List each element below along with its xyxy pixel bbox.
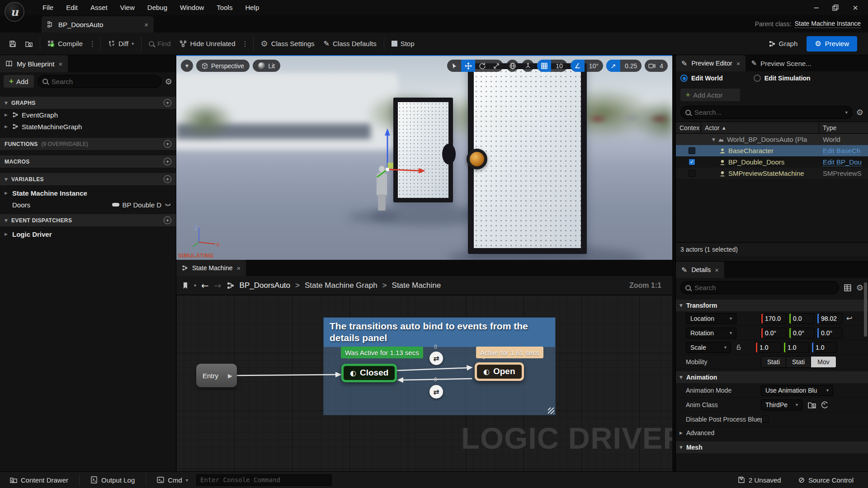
transition-node-top[interactable]: ⇄ [429, 352, 443, 365]
collapse-icon[interactable]: ▼ [5, 218, 8, 223]
breadcrumb-current[interactable]: State Machine [392, 281, 441, 290]
row-advanced[interactable]: ▶ Advanced [676, 427, 868, 439]
perspective-dropdown[interactable]: Perspective [196, 60, 250, 72]
menu-window[interactable]: Window [174, 0, 210, 15]
camera-speed-value[interactable]: 4 [659, 60, 668, 72]
blueprint-search-input[interactable] [52, 78, 156, 85]
actor-search-input[interactable] [694, 108, 842, 116]
mobility-stationary[interactable]: Stati [786, 357, 811, 367]
table-row-bp-double-doors[interactable]: ✓ BP_Double_Doors Edit BP_Dou [676, 156, 868, 168]
close-tab-icon[interactable]: × [237, 264, 241, 272]
angle-snap-value[interactable]: 10° [585, 60, 603, 72]
disable-post-process-checkbox[interactable] [762, 416, 769, 422]
scale-y-field[interactable]: 1.0 [783, 342, 809, 353]
expand-icon[interactable]: ▶ [5, 191, 9, 195]
close-window-icon[interactable]: × [853, 3, 858, 13]
item-logic-driver[interactable]: ▶ Logic Driver [0, 228, 176, 240]
table-row-world[interactable]: ▼ World_BP_DoorsAuto (Pla World [676, 134, 868, 145]
details-scrollbar[interactable] [864, 282, 867, 337]
context-checkbox[interactable] [689, 147, 695, 154]
exec-pin-icon[interactable]: ▶ [228, 372, 232, 379]
actor-list-settings-icon[interactable]: ⚙ [856, 108, 863, 117]
section-functions[interactable]: FUNCTIONS (9 OVERRIDABLE) + [0, 138, 176, 150]
console-command-input[interactable] [196, 474, 332, 486]
scale-snap-toggle[interactable]: ↗ [606, 60, 620, 72]
diff-button[interactable]: Diff ▾ [104, 36, 138, 52]
section-animation[interactable]: ▼ Animation [676, 371, 868, 383]
bookmark-chevron-icon[interactable]: ▾ [194, 283, 196, 288]
add-variable-icon[interactable]: + [164, 175, 171, 183]
grid-snap-toggle[interactable] [537, 60, 551, 72]
unsaved-button[interactable]: 2 Unsaved [734, 476, 785, 484]
tab-preview-editor[interactable]: ✎ Preview Editor × [676, 55, 745, 71]
tab-details[interactable]: ✎ Details × [676, 262, 724, 278]
edit-world-radio[interactable] [680, 75, 688, 82]
camera-speed-toggle[interactable] [645, 60, 659, 72]
menu-tools[interactable]: Tools [210, 0, 239, 15]
close-tab-icon[interactable]: × [736, 60, 741, 67]
anim-class-dropdown[interactable]: ThirdPe▾ [761, 399, 802, 410]
viewport-options-icon[interactable]: ▼ [181, 60, 193, 72]
rotation-y-field[interactable]: 0.0° [789, 328, 815, 338]
rotation-z-field[interactable]: 0.0° [817, 328, 843, 338]
door-button-orange[interactable] [467, 149, 487, 169]
level-viewport[interactable]: ▼ Perspective Lit 10 [176, 55, 672, 260]
transform-gizmo[interactable] [348, 119, 448, 187]
output-log-button[interactable]: Output Log [87, 476, 138, 484]
close-tab-icon[interactable]: × [144, 21, 148, 28]
scale-x-field[interactable]: 1.0 [755, 342, 781, 353]
collapse-icon[interactable]: ▼ [679, 303, 683, 308]
scale-dropdown[interactable]: Scale▾ [686, 342, 731, 353]
scale-tool[interactable] [489, 60, 503, 72]
parent-class-link[interactable]: State Machine Instance [795, 20, 861, 28]
collapse-icon[interactable]: ▼ [712, 137, 715, 142]
rotation-dropdown[interactable]: Rotation▾ [686, 328, 736, 338]
forward-arrow-icon[interactable]: → [214, 280, 222, 291]
mobility-movable[interactable]: Mov [811, 357, 836, 367]
add-button[interactable]: + Add [4, 75, 34, 88]
tab-my-blueprint[interactable]: My Blueprint × [0, 55, 68, 72]
property-matrix-icon[interactable] [844, 284, 852, 292]
animation-mode-dropdown[interactable]: Use Animation Blu▾ [761, 385, 833, 396]
chevron-down-icon[interactable]: ▾ [845, 110, 848, 115]
asset-tab-bp-doorsauto[interactable]: BP_DoorsAuto × [42, 16, 154, 33]
item-state-machine-instance[interactable]: ▶ State Machine Instance [0, 187, 176, 199]
context-checkbox[interactable]: ✓ [689, 159, 695, 165]
breadcrumb-graph[interactable]: State Machine Graph [305, 281, 377, 290]
class-defaults-button[interactable]: ✎ Class Defaults [319, 36, 381, 52]
hide-unrelated-options-icon[interactable]: ⋮ [240, 40, 250, 48]
item-eventgraph[interactable]: ▶ EventGraph [0, 109, 176, 121]
surface-snap-toggle[interactable] [522, 60, 534, 72]
angle-snap-toggle[interactable]: ∠ [571, 60, 585, 72]
menu-file[interactable]: File [36, 0, 60, 15]
back-arrow-icon[interactable]: ← [201, 280, 209, 291]
column-actor[interactable]: Actor▲ [701, 122, 819, 133]
rotation-x-field[interactable]: 0.0° [761, 328, 787, 338]
move-tool[interactable] [461, 60, 475, 72]
expand-icon[interactable]: ▶ [5, 113, 9, 117]
hide-unrelated-button[interactable]: Hide Unrelated [175, 36, 240, 52]
minimize-icon[interactable]: ─ [814, 4, 819, 12]
blueprint-search[interactable] [38, 75, 161, 88]
location-y-field[interactable]: 0.0 [789, 313, 815, 324]
world-local-toggle[interactable] [506, 60, 519, 72]
use-selected-asset-icon[interactable] [821, 401, 829, 409]
item-statemachinegraph[interactable]: ▶ StateMachineGraph [0, 121, 176, 132]
section-event-dispatchers[interactable]: ▼ EVENT DISPATCHERS + [0, 214, 176, 226]
edit-actor-link[interactable]: Edit BP_Dou [823, 158, 862, 166]
save-button[interactable] [5, 36, 21, 52]
expand-icon[interactable]: ▶ [679, 431, 683, 435]
add-dispatcher-icon[interactable]: + [164, 216, 171, 224]
lit-dropdown[interactable]: Lit [253, 60, 280, 72]
section-mesh[interactable]: ▼ Mesh [676, 441, 868, 453]
graph-canvas[interactable]: The transitions auto bind to events from… [176, 295, 672, 471]
menu-edit[interactable]: Edit [60, 0, 84, 15]
scale-z-field[interactable]: 1.0 [811, 342, 837, 353]
add-function-icon[interactable]: + [164, 140, 171, 148]
preview-mode-button[interactable]: ⚙ Preview [807, 36, 857, 52]
class-settings-button[interactable]: ⚙ Class Settings [256, 36, 319, 52]
location-x-field[interactable]: 170.0 [761, 313, 787, 324]
column-context[interactable]: Contex [676, 122, 701, 133]
entry-node[interactable]: Entry ▶ [196, 364, 237, 387]
graph-mode-button[interactable]: Graph [764, 36, 802, 52]
